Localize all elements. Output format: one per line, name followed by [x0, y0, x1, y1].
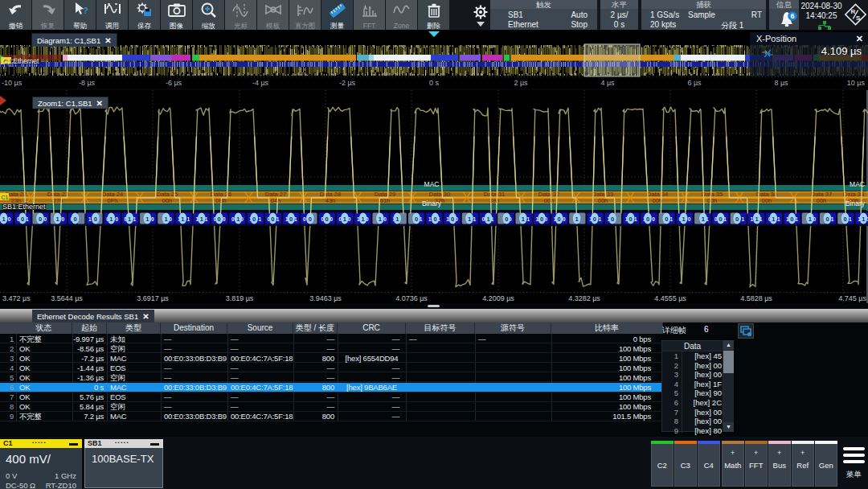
svg-text:R: R	[850, 8, 855, 15]
svg-text:0: 0	[433, 216, 436, 223]
svg-text:1: 1	[862, 216, 865, 223]
svg-text:0: 0	[505, 216, 508, 223]
svg-text:0: 0	[825, 216, 829, 223]
svg-text:0: 0	[271, 216, 274, 223]
svg-text:1: 1	[395, 216, 399, 223]
svg-text:0: 0	[558, 216, 561, 223]
svg-text:00h: 00h	[762, 197, 772, 204]
svg-text:1: 1	[236, 216, 240, 223]
svg-text:0: 0	[231, 216, 235, 222]
svg-text:0: 0	[223, 216, 226, 222]
svg-text:0: 0	[252, 216, 256, 223]
svg-text:0: 0	[326, 216, 329, 223]
svg-text:?: ?	[83, 6, 88, 15]
svg-text:0: 0	[735, 216, 739, 223]
svg-text:0: 0	[719, 216, 723, 223]
svg-text:1: 1	[88, 216, 92, 222]
svg-text:Binary: Binary	[845, 199, 866, 208]
svg-text:1: 1	[682, 216, 686, 223]
svg-text:1: 1	[133, 216, 137, 222]
svg-text:0: 0	[540, 216, 543, 223]
svg-text:MAC: MAC	[850, 180, 865, 188]
svg-text:1: 1	[777, 216, 780, 222]
svg-text:0: 0	[563, 216, 566, 222]
svg-text:0: 0	[652, 216, 655, 222]
svg-text:1: 1	[831, 216, 834, 222]
svg-text:1: 1	[165, 216, 168, 223]
svg-text:0: 0	[451, 216, 454, 223]
svg-text:1: 1	[634, 216, 637, 222]
svg-text:0: 0	[646, 216, 649, 223]
svg-text:00h: 00h	[162, 197, 173, 204]
svg-text:0: 0	[73, 216, 76, 223]
svg-text:1: 1	[598, 216, 601, 222]
svg-text:0: 0	[611, 216, 614, 223]
svg-text:0: 0	[21, 216, 24, 223]
svg-text:MAC: MAC	[424, 180, 440, 188]
svg-text:S: S	[856, 14, 861, 22]
svg-text:0: 0	[415, 216, 418, 223]
svg-text:6: 6	[790, 12, 794, 20]
svg-text:1: 1	[575, 216, 579, 223]
svg-text:0: 0	[94, 216, 97, 223]
svg-text:0: 0	[309, 216, 312, 223]
svg-text:0: 0	[218, 216, 221, 223]
svg-text:1: 1	[200, 216, 203, 223]
svg-text:1: 1	[128, 216, 131, 223]
svg-text:43h: 43h	[326, 197, 336, 204]
svg-text:1: 1	[2, 216, 6, 223]
svg-text:1: 1	[468, 216, 471, 223]
svg-text:0: 0	[665, 216, 668, 223]
svg-text:0: 0	[844, 216, 847, 223]
svg-text:1: 1	[109, 216, 113, 223]
svg-text:SB1:Ethernet: SB1:Ethernet	[2, 203, 46, 211]
svg-text:1: 1	[276, 216, 280, 222]
svg-text:1: 1	[145, 216, 149, 223]
svg-text:1: 1	[702, 216, 705, 223]
svg-text:1: 1	[473, 216, 477, 222]
svg-text:1: 1	[362, 216, 365, 223]
svg-text:0Fh: 0Fh	[108, 197, 118, 204]
svg-text:0: 0	[43, 216, 47, 222]
svg-text:1: 1	[755, 216, 759, 223]
svg-text:1: 1	[428, 216, 432, 222]
svg-text:00h: 00h	[707, 197, 718, 204]
svg-text:0: 0	[289, 216, 293, 223]
svg-text:0: 0	[383, 216, 387, 222]
svg-text:00h: 00h	[544, 197, 555, 204]
svg-text:1: 1	[741, 216, 744, 222]
svg-text:0: 0	[39, 216, 42, 223]
svg-text:0: 0	[8, 216, 11, 222]
svg-text:1: 1	[379, 216, 382, 223]
svg-text:0: 0	[115, 216, 118, 222]
svg-text:0: 0	[62, 216, 65, 222]
svg-text:1: 1	[56, 216, 59, 223]
svg-text:00h: 00h	[817, 197, 827, 204]
svg-text:1: 1	[809, 216, 812, 223]
svg-text:0: 0	[593, 216, 596, 223]
svg-text:0: 0	[151, 216, 154, 222]
svg-text:1: 1	[526, 216, 530, 222]
svg-text:C1: C1	[2, 195, 9, 200]
svg-text:0: 0	[790, 216, 793, 223]
svg-text:1: 1	[772, 216, 775, 223]
svg-text:1: 1	[181, 216, 184, 223]
svg-text:0: 0	[303, 216, 306, 222]
svg-text:0: 0	[629, 216, 633, 223]
svg-text:Binary: Binary	[422, 199, 442, 208]
svg-text:1: 1	[487, 216, 490, 223]
svg-text:1: 1	[186, 216, 190, 222]
svg-text:1: 1	[343, 216, 346, 223]
svg-text:1: 1	[258, 216, 261, 222]
svg-text:1: 1	[849, 216, 852, 222]
svg-text:1: 1	[522, 216, 525, 223]
svg-text:0: 0	[688, 216, 691, 222]
